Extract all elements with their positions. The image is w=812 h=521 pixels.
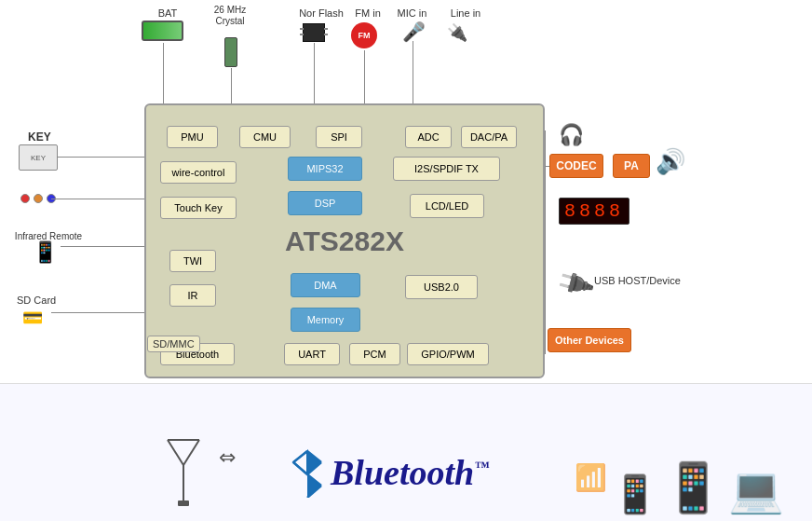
other-devices-box: Other Devices (548, 328, 631, 352)
line-in-label: Line in (442, 7, 489, 19)
chip-box-pcm: PCM (349, 343, 400, 365)
nor-flash-icon (303, 23, 325, 42)
chip-box-mips32: MIPS32 (288, 157, 362, 181)
mic-in-label: MIC in (391, 7, 433, 19)
bluetooth-section: ⇔ Bluetooth™ 📶 📱 📱 (0, 383, 812, 521)
chip-box-adc: ADC (405, 126, 452, 148)
line-in-icon: 🔌 (447, 22, 467, 43)
led-display: 8888 (559, 198, 629, 225)
arrows-icon: ⇔ (219, 446, 236, 470)
chip-box-cmu: CMU (239, 126, 291, 148)
chip-box-dma: DMA (291, 273, 360, 297)
diagram-container: BAT 26 MHz Crystal Nor Flash FM in FM MI… (0, 0, 812, 521)
chip-title: ATS282X (285, 226, 404, 257)
bluetooth-title: Bluetooth™ (331, 452, 489, 493)
sdcard-label: SD Card (17, 295, 56, 306)
board-right-line (545, 130, 546, 354)
chip-box-dsp: DSP (288, 191, 362, 215)
remote-icon: 📱 (33, 240, 58, 265)
svg-rect-4 (178, 500, 189, 506)
bat-label: BAT (144, 7, 191, 19)
key-card-icon: KEY (19, 144, 58, 171)
chip-box-twi: TWI (169, 250, 216, 272)
chip-box-uart: UART (284, 343, 340, 365)
chip-box-ir: IR (169, 284, 216, 307)
sdcard-line (51, 312, 144, 313)
pa-box: PA (613, 154, 650, 178)
crystal-label: 26 MHz Crystal (207, 5, 253, 27)
bt-signal: 📶 (575, 462, 607, 493)
fm-badge: FM (351, 22, 377, 48)
bat-line (163, 43, 164, 103)
chip-box-usb20: USB2.0 (405, 275, 478, 299)
chip-box-wire-control: wire-control (160, 161, 237, 184)
chip-board: ATS282X PMU CMU SPI ADC DAC/PA wire-cont… (144, 103, 545, 378)
chip-box-spi: SPI (316, 126, 362, 148)
chip-box-gpio-pwm: GPIO/PWM (407, 343, 489, 365)
usb-host-label: USB HOST/Device (594, 274, 681, 287)
chip-box-memory: Memory (291, 308, 360, 332)
svg-line-2 (183, 440, 199, 465)
chip-box-pmu: PMU (167, 126, 218, 148)
svg-line-1 (168, 440, 183, 465)
sdmmc-label: SD/MMC (147, 336, 200, 352)
speaker-icon: 🔊 (656, 147, 685, 176)
crystal-line (231, 68, 232, 103)
svg-line-13 (293, 462, 307, 474)
key-line (58, 157, 144, 158)
fm-in-label: FM in (349, 7, 386, 19)
svg-line-12 (293, 451, 307, 462)
key-label: KEY (28, 130, 51, 144)
codec-box: CODEC (549, 154, 603, 178)
mic-icon: 🎤 (402, 21, 426, 43)
mic-line (413, 41, 413, 103)
battery-icon (142, 21, 183, 41)
sdcard-icon: 💳 (22, 308, 43, 328)
dots-line (51, 199, 144, 199)
chip-box-dacpa: DAC/PA (461, 126, 517, 148)
bluetooth-title-group: Bluetooth™ (289, 446, 489, 498)
crystal-icon (224, 37, 237, 67)
nor-flash-label: Nor Flash (293, 7, 349, 19)
bt-devices: 📶 📱 📱 💻 (612, 459, 784, 516)
headphone-icon: 🎧 (559, 123, 584, 147)
spi-line (314, 43, 315, 103)
usb-icon: 🔌 (553, 262, 597, 305)
remote-line (61, 246, 144, 247)
fm-line (364, 50, 365, 103)
chip-box-touchkey: Touch Key (160, 197, 237, 219)
chip-box-i2s-spdif: I2S/SPDIF TX (393, 157, 500, 181)
chip-box-lcd-led: LCD/LED (410, 194, 484, 218)
antenna-icon (163, 432, 205, 507)
